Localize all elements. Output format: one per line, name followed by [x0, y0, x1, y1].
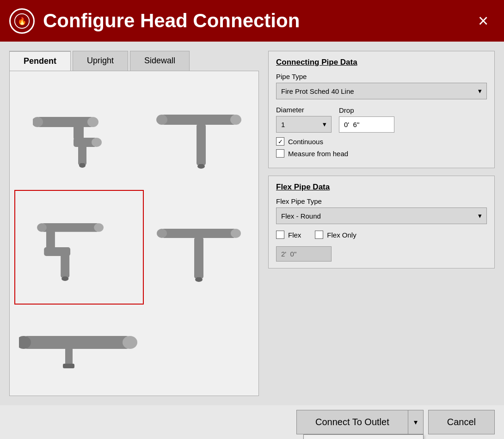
connecting-pipe-title: Connecting Pipe Data	[276, 58, 487, 67]
svg-rect-30	[197, 277, 201, 281]
svg-rect-14	[197, 124, 206, 165]
svg-point-32	[123, 336, 137, 349]
connect-to-outlet-button[interactable]: Connect To Outlet	[296, 410, 408, 434]
measure-from-head-row: Measure from head	[276, 149, 487, 158]
pipe-type-label: Pipe Type	[276, 73, 487, 80]
flex-checkboxes-row: Flex Flex Only	[276, 231, 487, 243]
dialog-title: Configure Head Connection	[43, 10, 472, 32]
flex-pipe-section: Flex Pipe Data Flex Pipe Type Flex - Rou…	[268, 176, 495, 268]
svg-point-13	[230, 115, 241, 125]
connect-main-row: Connect To Outlet ▾	[296, 410, 424, 434]
svg-rect-24	[63, 276, 67, 280]
connect-dropdown-menu: Change Configuration Connect Head Connec…	[303, 434, 424, 439]
pipe-option-5[interactable]	[14, 305, 144, 391]
diameter-select[interactable]: 1 ▾	[276, 116, 332, 133]
tab-pendent[interactable]: Pendent	[9, 51, 71, 71]
svg-rect-8	[78, 145, 86, 165]
svg-point-27	[231, 229, 241, 238]
cancel-button[interactable]: Cancel	[428, 410, 495, 434]
pipe-image-2	[153, 91, 245, 175]
svg-rect-35	[63, 364, 74, 368]
flex-only-checkbox[interactable]	[315, 231, 323, 239]
svg-rect-2	[37, 117, 93, 127]
pipe-image-area	[9, 71, 259, 396]
diameter-value: 1	[281, 121, 285, 128]
connect-button-group: Connect To Outlet ▾ Change Configuration…	[296, 410, 424, 434]
pipe-image-3	[33, 206, 125, 289]
svg-point-26	[157, 229, 167, 238]
flex-checkbox-group: Flex	[276, 231, 301, 239]
content-area: Pendent Upright Sidewall	[0, 42, 504, 405]
flex-only-checkbox-group: Flex Only	[315, 231, 356, 239]
pipe-option-3[interactable]	[14, 190, 144, 304]
flex-pipe-title: Flex Pipe Data	[276, 183, 487, 192]
flex-pipe-type-label: Flex Pipe Type	[276, 197, 487, 205]
svg-rect-28	[194, 237, 203, 279]
close-button[interactable]: ×	[472, 9, 495, 32]
dialog: 🔥 Configure Head Connection × Pendent Up…	[0, 0, 504, 439]
flex-label: Flex	[288, 231, 301, 239]
svg-point-18	[94, 223, 104, 232]
svg-point-3	[87, 117, 98, 127]
diameter-group: Diameter 1 ▾	[276, 106, 332, 133]
flex-only-label: Flex Only	[327, 231, 356, 239]
left-panel: Pendent Upright Sidewall	[9, 51, 259, 396]
pipe-option-2[interactable]	[144, 76, 254, 190]
diameter-label: Diameter	[276, 106, 332, 114]
diameter-dropdown-icon: ▾	[323, 120, 326, 128]
tab-sidewall[interactable]: Sidewall	[130, 51, 190, 71]
pipe-type-dropdown-icon: ▾	[478, 87, 482, 95]
flex-dim-input[interactable]	[276, 246, 332, 262]
svg-rect-34	[65, 348, 73, 366]
pipe-image-1	[33, 91, 125, 175]
svg-point-12	[156, 115, 167, 125]
bottom-area: Connect To Outlet ▾ Change Configuration…	[0, 405, 504, 439]
svg-rect-16	[199, 164, 203, 168]
dropdown-item-change-configuration[interactable]: Change Configuration	[304, 435, 423, 439]
flex-pipe-type-select[interactable]: Flex - Round ▾	[276, 207, 487, 224]
pipe-type-select[interactable]: Fire Prot Sched 40 Line ▾	[276, 83, 487, 99]
pipe-image-4	[153, 206, 245, 289]
continuous-label: Continuous	[288, 138, 323, 146]
title-bar: 🔥 Configure Head Connection ×	[0, 0, 504, 42]
app-logo: 🔥	[9, 8, 35, 34]
continuous-row: Continuous	[276, 137, 487, 146]
svg-rect-20	[46, 230, 55, 250]
svg-point-19	[37, 223, 47, 232]
drop-label: Drop	[339, 106, 394, 114]
flex-pipe-type-dropdown-icon: ▾	[478, 212, 482, 220]
logo-icon: 🔥	[14, 13, 30, 29]
drop-input[interactable]	[339, 116, 394, 133]
svg-rect-10	[80, 163, 85, 167]
flex-checkbox[interactable]	[276, 231, 284, 239]
right-panel: Connecting Pipe Data Pipe Type Fire Prot…	[268, 51, 495, 396]
tab-upright[interactable]: Upright	[73, 51, 128, 71]
pipe-option-1[interactable]	[14, 76, 144, 190]
measure-from-head-label: Measure from head	[288, 150, 348, 158]
measure-from-head-checkbox[interactable]	[276, 149, 284, 158]
svg-text:🔥: 🔥	[18, 16, 27, 25]
pipe-image-5	[19, 320, 139, 375]
connecting-pipe-section: Connecting Pipe Data Pipe Type Fire Prot…	[268, 51, 495, 168]
flex-pipe-type-value: Flex - Round	[281, 212, 321, 220]
continuous-checkbox[interactable]	[276, 137, 284, 146]
svg-rect-22	[61, 254, 69, 278]
svg-rect-5	[74, 117, 84, 140]
svg-point-7	[92, 138, 102, 147]
svg-rect-11	[162, 115, 236, 125]
diameter-drop-row: Diameter 1 ▾ Drop	[276, 106, 487, 133]
pipe-type-value: Fire Prot Sched 40 Line	[281, 87, 354, 95]
connect-dropdown-toggle[interactable]: ▾	[408, 410, 424, 434]
tab-bar: Pendent Upright Sidewall	[9, 51, 259, 71]
svg-rect-31	[24, 336, 130, 349]
pipe-option-4[interactable]	[144, 190, 254, 304]
svg-rect-25	[162, 229, 236, 238]
drop-group: Drop	[339, 106, 394, 133]
